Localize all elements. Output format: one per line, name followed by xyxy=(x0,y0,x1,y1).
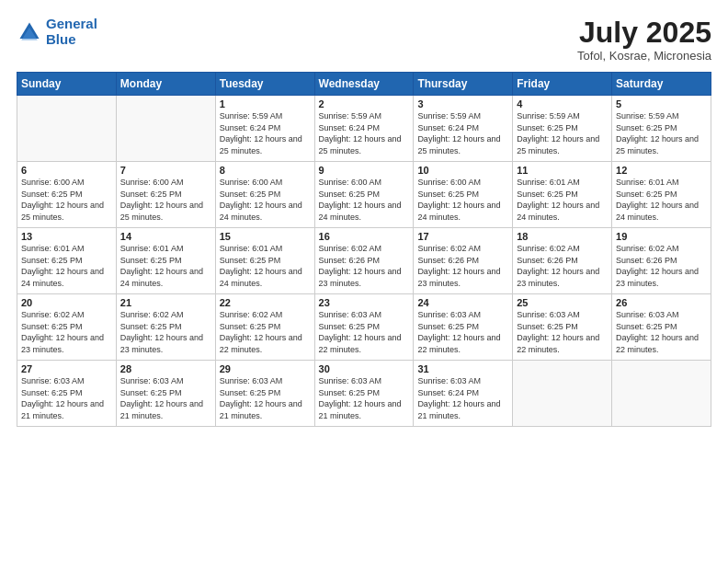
day-info: Sunrise: 6:02 AM Sunset: 6:25 PM Dayligh… xyxy=(21,309,112,355)
day-number: 31 xyxy=(417,363,508,374)
day-info: Sunrise: 6:03 AM Sunset: 6:25 PM Dayligh… xyxy=(220,375,311,421)
day-info: Sunrise: 6:03 AM Sunset: 6:25 PM Dayligh… xyxy=(319,309,410,355)
day-info: Sunrise: 6:01 AM Sunset: 6:25 PM Dayligh… xyxy=(220,243,311,289)
weekday-header-friday: Friday xyxy=(513,73,612,96)
calendar-cell: 30Sunrise: 6:03 AM Sunset: 6:25 PM Dayli… xyxy=(314,361,414,427)
day-number: 9 xyxy=(319,165,410,176)
logo-icon xyxy=(17,19,42,45)
day-number: 6 xyxy=(21,165,112,176)
day-number: 12 xyxy=(616,165,707,176)
day-number: 14 xyxy=(120,231,211,242)
calendar-cell: 29Sunrise: 6:03 AM Sunset: 6:25 PM Dayli… xyxy=(215,361,314,427)
day-info: Sunrise: 6:02 AM Sunset: 6:25 PM Dayligh… xyxy=(120,309,211,355)
day-info: Sunrise: 6:02 AM Sunset: 6:26 PM Dayligh… xyxy=(517,243,608,289)
day-info: Sunrise: 6:03 AM Sunset: 6:25 PM Dayligh… xyxy=(417,309,508,355)
day-number: 1 xyxy=(220,98,311,109)
calendar-cell: 20Sunrise: 6:02 AM Sunset: 6:25 PM Dayli… xyxy=(17,294,117,361)
day-number: 17 xyxy=(417,231,508,242)
week-row-5: 27Sunrise: 6:03 AM Sunset: 6:25 PM Dayli… xyxy=(17,361,711,427)
logo: General Blue xyxy=(17,17,97,47)
weekday-header-tuesday: Tuesday xyxy=(215,73,314,96)
calendar-cell: 25Sunrise: 6:03 AM Sunset: 6:25 PM Dayli… xyxy=(513,294,612,361)
calendar-cell: 12Sunrise: 6:01 AM Sunset: 6:25 PM Dayli… xyxy=(612,162,711,228)
calendar-cell: 14Sunrise: 6:01 AM Sunset: 6:25 PM Dayli… xyxy=(116,228,215,294)
day-number: 20 xyxy=(21,297,112,308)
day-info: Sunrise: 6:02 AM Sunset: 6:25 PM Dayligh… xyxy=(220,309,311,355)
logo-line1: General xyxy=(46,16,97,31)
calendar-cell: 13Sunrise: 6:01 AM Sunset: 6:25 PM Dayli… xyxy=(17,228,117,294)
calendar-cell: 2Sunrise: 5:59 AM Sunset: 6:24 PM Daylig… xyxy=(314,96,414,162)
day-number: 21 xyxy=(120,297,211,308)
calendar-cell: 16Sunrise: 6:02 AM Sunset: 6:26 PM Dayli… xyxy=(314,228,414,294)
day-info: Sunrise: 6:01 AM Sunset: 6:25 PM Dayligh… xyxy=(21,243,112,289)
day-number: 7 xyxy=(120,165,211,176)
week-row-1: 1Sunrise: 5:59 AM Sunset: 6:24 PM Daylig… xyxy=(17,96,711,162)
day-info: Sunrise: 5:59 AM Sunset: 6:25 PM Dayligh… xyxy=(616,110,707,156)
calendar-cell: 4Sunrise: 5:59 AM Sunset: 6:25 PM Daylig… xyxy=(513,96,612,162)
day-number: 3 xyxy=(417,98,508,109)
day-info: Sunrise: 6:01 AM Sunset: 6:25 PM Dayligh… xyxy=(616,177,707,223)
day-info: Sunrise: 6:00 AM Sunset: 6:25 PM Dayligh… xyxy=(417,177,508,223)
day-number: 28 xyxy=(120,363,211,374)
calendar-cell: 15Sunrise: 6:01 AM Sunset: 6:25 PM Dayli… xyxy=(215,228,314,294)
day-info: Sunrise: 6:00 AM Sunset: 6:25 PM Dayligh… xyxy=(21,177,112,223)
day-info: Sunrise: 6:03 AM Sunset: 6:25 PM Dayligh… xyxy=(616,309,707,355)
logo-text: General Blue xyxy=(46,17,97,47)
page: General Blue July 2025 Tofol, Kosrae, Mi… xyxy=(0,0,728,563)
calendar-cell: 9Sunrise: 6:00 AM Sunset: 6:25 PM Daylig… xyxy=(314,162,414,228)
day-number: 29 xyxy=(220,363,311,374)
calendar-cell: 19Sunrise: 6:02 AM Sunset: 6:26 PM Dayli… xyxy=(612,228,711,294)
calendar-cell: 8Sunrise: 6:00 AM Sunset: 6:25 PM Daylig… xyxy=(215,162,314,228)
calendar-cell: 17Sunrise: 6:02 AM Sunset: 6:26 PM Dayli… xyxy=(414,228,513,294)
logo-line2: Blue xyxy=(46,31,76,47)
calendar-cell: 28Sunrise: 6:03 AM Sunset: 6:25 PM Dayli… xyxy=(116,361,215,427)
day-number: 22 xyxy=(220,297,311,308)
day-number: 19 xyxy=(616,231,707,242)
day-number: 27 xyxy=(21,363,112,374)
weekday-header-sunday: Sunday xyxy=(17,73,117,96)
day-info: Sunrise: 6:03 AM Sunset: 6:25 PM Dayligh… xyxy=(21,375,112,421)
calendar-cell: 11Sunrise: 6:01 AM Sunset: 6:25 PM Dayli… xyxy=(513,162,612,228)
day-info: Sunrise: 5:59 AM Sunset: 6:25 PM Dayligh… xyxy=(517,110,608,156)
calendar: SundayMondayTuesdayWednesdayThursdayFrid… xyxy=(17,72,711,427)
week-row-3: 13Sunrise: 6:01 AM Sunset: 6:25 PM Dayli… xyxy=(17,228,711,294)
day-info: Sunrise: 6:03 AM Sunset: 6:25 PM Dayligh… xyxy=(319,375,410,421)
weekday-header-saturday: Saturday xyxy=(612,73,711,96)
weekday-header-monday: Monday xyxy=(116,73,215,96)
day-number: 24 xyxy=(417,297,508,308)
calendar-cell: 23Sunrise: 6:03 AM Sunset: 6:25 PM Dayli… xyxy=(314,294,414,361)
calendar-cell: 5Sunrise: 5:59 AM Sunset: 6:25 PM Daylig… xyxy=(612,96,711,162)
day-info: Sunrise: 6:02 AM Sunset: 6:26 PM Dayligh… xyxy=(616,243,707,289)
day-number: 4 xyxy=(517,98,608,109)
calendar-cell: 3Sunrise: 5:59 AM Sunset: 6:24 PM Daylig… xyxy=(414,96,513,162)
subtitle: Tofol, Kosrae, Micronesia xyxy=(577,49,711,63)
day-number: 25 xyxy=(517,297,608,308)
calendar-cell: 22Sunrise: 6:02 AM Sunset: 6:25 PM Dayli… xyxy=(215,294,314,361)
calendar-cell: 24Sunrise: 6:03 AM Sunset: 6:25 PM Dayli… xyxy=(414,294,513,361)
day-number: 13 xyxy=(21,231,112,242)
day-info: Sunrise: 6:03 AM Sunset: 6:24 PM Dayligh… xyxy=(417,375,508,421)
day-number: 11 xyxy=(517,165,608,176)
day-number: 26 xyxy=(616,297,707,308)
main-title: July 2025 xyxy=(577,17,711,49)
day-info: Sunrise: 6:03 AM Sunset: 6:25 PM Dayligh… xyxy=(517,309,608,355)
day-number: 10 xyxy=(417,165,508,176)
day-number: 5 xyxy=(616,98,707,109)
day-number: 18 xyxy=(517,231,608,242)
day-number: 2 xyxy=(319,98,410,109)
title-block: July 2025 Tofol, Kosrae, Micronesia xyxy=(577,17,711,63)
calendar-cell: 7Sunrise: 6:00 AM Sunset: 6:25 PM Daylig… xyxy=(116,162,215,228)
day-info: Sunrise: 5:59 AM Sunset: 6:24 PM Dayligh… xyxy=(220,110,311,156)
calendar-cell xyxy=(513,361,612,427)
calendar-cell: 6Sunrise: 6:00 AM Sunset: 6:25 PM Daylig… xyxy=(17,162,117,228)
header: General Blue July 2025 Tofol, Kosrae, Mi… xyxy=(17,17,711,63)
weekday-header-row: SundayMondayTuesdayWednesdayThursdayFrid… xyxy=(17,73,711,96)
calendar-cell xyxy=(116,96,215,162)
day-info: Sunrise: 6:00 AM Sunset: 6:25 PM Dayligh… xyxy=(319,177,410,223)
day-number: 16 xyxy=(319,231,410,242)
week-row-4: 20Sunrise: 6:02 AM Sunset: 6:25 PM Dayli… xyxy=(17,294,711,361)
calendar-cell xyxy=(612,361,711,427)
calendar-cell xyxy=(17,96,117,162)
weekday-header-wednesday: Wednesday xyxy=(314,73,414,96)
calendar-cell: 10Sunrise: 6:00 AM Sunset: 6:25 PM Dayli… xyxy=(414,162,513,228)
